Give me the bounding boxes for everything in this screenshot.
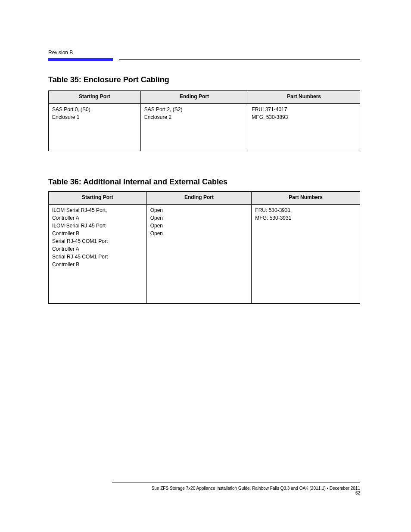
page-header: Revision B — [48, 50, 360, 62]
cell-text: Open — [150, 230, 248, 236]
cell-text: Open — [150, 207, 248, 213]
table-36: Starting Port Ending Port Part Numbers I… — [48, 191, 360, 304]
cell-text: Controller A — [52, 246, 143, 252]
header-revision-label: Revision B — [48, 50, 360, 56]
page: Revision B Table 35: Enclosure Port Cabl… — [0, 0, 411, 532]
header-thin-rule — [119, 59, 360, 60]
cell-text: MFG: 530-3893 — [252, 114, 356, 120]
table-row: Starting Port Ending Port Part Numbers — [49, 192, 360, 205]
cell-text: Serial RJ-45 COM1 Port — [52, 238, 143, 244]
table-35-header-start: Starting Port — [49, 91, 141, 104]
footer-page-number: 62 — [112, 491, 360, 495]
cell-text: Controller B — [52, 230, 143, 236]
table-35-title: Table 35: Enclosure Port Cabling — [48, 75, 169, 84]
table-35-cell-parts: FRU: 371-4017 MFG: 530-3893 — [248, 104, 360, 151]
table-36-header-end: Ending Port — [146, 192, 252, 205]
cell-text: ILOM Serial RJ-45 Port — [52, 223, 143, 229]
cell-text: SAS Port 2, (S2) — [144, 106, 245, 112]
table-row: Starting Port Ending Port Part Numbers — [49, 91, 360, 104]
cell-text: Controller A — [52, 215, 143, 221]
table-row: SAS Port 0, (S0) Enclosure 1 SAS Port 2,… — [49, 104, 360, 151]
table-36-cell-parts: FRU: 530-3931 MFG: 530-3931 — [252, 205, 360, 304]
cell-text: FRU: 530-3931 — [255, 207, 356, 213]
page-footer: Sun ZFS Storage 7x20 Appliance Installat… — [112, 482, 360, 495]
table-36-header-parts: Part Numbers — [252, 192, 360, 205]
footer-rule — [112, 482, 360, 482]
cell-text: Enclosure 1 — [52, 114, 137, 120]
cell-text: Controller B — [52, 261, 143, 268]
footer-doc-title: Sun ZFS Storage 7x20 Appliance Installat… — [112, 486, 360, 491]
cell-text: FRU: 371-4017 — [252, 106, 356, 112]
table-36-cell-end: Open Open Open Open — [146, 205, 252, 304]
header-blue-bar — [48, 58, 113, 61]
table-35-header-parts: Part Numbers — [248, 91, 360, 104]
table-35: Starting Port Ending Port Part Numbers S… — [48, 90, 360, 151]
header-rule — [48, 56, 360, 62]
cell-text: ILOM Serial RJ-45 Port, — [52, 207, 143, 213]
cell-text: Enclosure 2 — [144, 114, 245, 120]
cell-text: Open — [150, 223, 248, 229]
table-35-header-end: Ending Port — [140, 91, 248, 104]
cell-text: Serial RJ-45 COM1 Port — [52, 254, 143, 260]
cell-text: SAS Port 0, (S0) — [52, 106, 137, 112]
table-row: ILOM Serial RJ-45 Port, Controller A ILO… — [49, 205, 360, 304]
cell-text: MFG: 530-3931 — [255, 215, 356, 221]
table-36-title: Table 36: Additional Internal and Extern… — [48, 177, 227, 187]
table-35-cell-start: SAS Port 0, (S0) Enclosure 1 — [49, 104, 141, 151]
table-35-cell-end: SAS Port 2, (S2) Enclosure 2 — [140, 104, 248, 151]
table-36-cell-start: ILOM Serial RJ-45 Port, Controller A ILO… — [49, 205, 147, 304]
cell-text: Open — [150, 215, 248, 221]
table-36-header-start: Starting Port — [49, 192, 147, 205]
